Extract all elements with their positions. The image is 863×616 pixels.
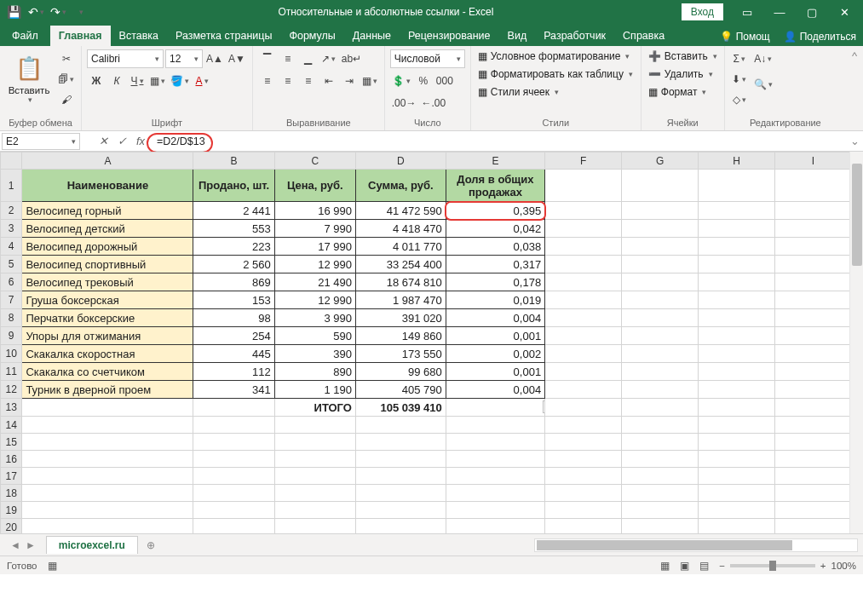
cell-price[interactable]: 590 bbox=[274, 327, 355, 345]
cell-share[interactable]: 0,395 bbox=[446, 202, 544, 220]
format-as-table-button[interactable]: ▦Форматировать как таблицу▾ bbox=[476, 67, 635, 81]
cell-sum[interactable]: 1 987 470 bbox=[355, 291, 446, 309]
cell-sold[interactable]: 2 560 bbox=[193, 256, 274, 273]
cell-price[interactable]: 3 990 bbox=[274, 309, 355, 327]
row-header[interactable]: 11 bbox=[1, 363, 22, 381]
redo-icon[interactable]: ↷▾ bbox=[48, 2, 68, 22]
horizontal-scrollbar[interactable] bbox=[534, 538, 858, 552]
login-button[interactable]: Вход bbox=[682, 3, 723, 20]
cell-name[interactable]: Груша боксерская bbox=[22, 291, 193, 309]
cell-price[interactable]: 1 190 bbox=[274, 381, 355, 399]
cell-share[interactable]: 0,001 bbox=[446, 363, 544, 381]
col-header-A[interactable]: A bbox=[22, 153, 193, 170]
font-name-combo[interactable]: Calibri▾ bbox=[87, 49, 164, 68]
row-header[interactable]: 19 bbox=[1, 502, 22, 519]
cell-name[interactable]: Велосипед трековый bbox=[22, 273, 193, 291]
row-header[interactable]: 8 bbox=[1, 309, 22, 327]
italic-button[interactable]: К bbox=[107, 72, 126, 90]
cell-name[interactable]: Турник в дверной проем bbox=[22, 381, 193, 399]
tab-review[interactable]: Рецензирование bbox=[400, 26, 499, 46]
cell-name[interactable]: Велосипед дорожный bbox=[22, 238, 193, 256]
cell-sold[interactable]: 153 bbox=[193, 291, 274, 309]
align-left-icon[interactable]: ≡ bbox=[258, 72, 277, 90]
comma-format-icon[interactable]: 000 bbox=[434, 72, 455, 90]
cell-name[interactable]: Велосипед спортивный bbox=[22, 256, 193, 273]
cell-share[interactable]: 0,004 bbox=[446, 381, 544, 399]
cell-price[interactable]: 16 990 bbox=[274, 202, 355, 220]
cell-share[interactable]: 0,004 bbox=[446, 309, 544, 327]
cut-icon[interactable]: ✂ bbox=[56, 49, 76, 68]
align-middle-icon[interactable]: ≡ bbox=[279, 49, 297, 68]
maximize-icon[interactable]: ▢ bbox=[797, 0, 827, 24]
paste-button[interactable]: 📋 Вставить▾ bbox=[5, 49, 53, 106]
cell-price[interactable]: 12 990 bbox=[274, 291, 355, 309]
clear-icon[interactable]: ◇▾ bbox=[730, 90, 749, 109]
format-painter-icon[interactable]: 🖌 bbox=[56, 90, 76, 109]
align-bottom-icon[interactable]: ▁ bbox=[299, 49, 318, 68]
row-header[interactable]: 10 bbox=[1, 345, 22, 363]
total-value[interactable]: 105 039 410 bbox=[355, 399, 446, 417]
cell-share[interactable]: 0,019 bbox=[446, 291, 544, 309]
cell-sold[interactable]: 223 bbox=[193, 238, 274, 256]
row-header-13[interactable]: 13 bbox=[1, 399, 22, 417]
accounting-format-icon[interactable]: 💲▾ bbox=[390, 72, 412, 90]
enter-formula-icon[interactable]: ✓ bbox=[112, 135, 131, 147]
name-box[interactable]: E2▾ bbox=[2, 133, 80, 150]
cell-sold[interactable]: 112 bbox=[193, 363, 274, 381]
underline-button[interactable]: Ч▾ bbox=[128, 72, 147, 90]
col-header-G[interactable]: G bbox=[622, 153, 699, 170]
col-header-I[interactable]: I bbox=[774, 153, 849, 170]
tell-me-button[interactable]: 💡Помощ bbox=[713, 27, 777, 46]
cell-name[interactable]: Скакалка скоростная bbox=[22, 345, 193, 363]
fx-icon[interactable]: fx bbox=[131, 135, 150, 147]
header-share[interactable]: Доля в общих продажах bbox=[446, 170, 544, 202]
header-sum[interactable]: Сумма, руб. bbox=[355, 170, 446, 202]
col-header-E[interactable]: E bbox=[446, 153, 544, 170]
cell-price[interactable]: 890 bbox=[274, 363, 355, 381]
vertical-scrollbar[interactable] bbox=[849, 152, 863, 533]
align-center-icon[interactable]: ≡ bbox=[279, 72, 297, 90]
format-cells-button[interactable]: ▦Формат▾ bbox=[647, 85, 709, 99]
row-header[interactable]: 2 bbox=[1, 202, 22, 220]
header-sold[interactable]: Продано, шт. bbox=[193, 170, 274, 202]
collapse-ribbon-icon[interactable]: ^ bbox=[846, 46, 863, 130]
tab-insert[interactable]: Вставка bbox=[111, 26, 167, 46]
view-page-break-icon[interactable]: ▤ bbox=[699, 560, 709, 572]
find-select-icon[interactable]: 🔍▾ bbox=[752, 75, 774, 94]
cell-name[interactable]: Велосипед горный bbox=[22, 202, 193, 220]
tab-file[interactable]: Файл bbox=[0, 26, 50, 46]
cell-styles-button[interactable]: ▦Стили ячеек▾ bbox=[476, 85, 561, 99]
sort-filter-icon[interactable]: A↓▾ bbox=[752, 49, 774, 68]
cell-share[interactable]: 0,042 bbox=[446, 220, 544, 238]
tab-formulas[interactable]: Формулы bbox=[280, 26, 343, 46]
ribbon-display-options-icon[interactable]: ▭ bbox=[732, 0, 762, 24]
decrease-indent-icon[interactable]: ⇤ bbox=[319, 72, 338, 90]
cell-sum[interactable]: 4 011 770 bbox=[355, 238, 446, 256]
row-header[interactable]: 3 bbox=[1, 220, 22, 238]
font-color-icon[interactable]: A▾ bbox=[193, 72, 211, 90]
conditional-formatting-button[interactable]: ▦Условное форматирование▾ bbox=[476, 49, 632, 63]
borders-icon[interactable]: ▦▾ bbox=[148, 72, 167, 90]
row-header[interactable]: 7 bbox=[1, 291, 22, 309]
orientation-icon[interactable]: ↗▾ bbox=[319, 49, 338, 68]
zoom-slider[interactable] bbox=[730, 564, 815, 567]
col-header-F[interactable]: F bbox=[545, 153, 622, 170]
autofill-options-icon[interactable]: ▦ bbox=[543, 400, 545, 413]
cell-share[interactable]: 0,002 bbox=[446, 345, 544, 363]
fill-color-icon[interactable]: 🪣▾ bbox=[169, 72, 191, 90]
zoom-out-icon[interactable]: − bbox=[719, 561, 725, 571]
merge-icon[interactable]: ▦▾ bbox=[360, 72, 379, 90]
row-header[interactable]: 14 bbox=[1, 417, 22, 434]
tab-developer[interactable]: Разработчик bbox=[535, 26, 614, 46]
cell-sold[interactable]: 2 441 bbox=[193, 202, 274, 220]
delete-cells-button[interactable]: ➖Удалить▾ bbox=[647, 67, 715, 81]
cell-name[interactable]: Велосипед детский bbox=[22, 220, 193, 238]
col-header-C[interactable]: C bbox=[274, 153, 355, 170]
cell-price[interactable]: 390 bbox=[274, 345, 355, 363]
col-header-B[interactable]: B bbox=[193, 153, 274, 170]
cell-sum[interactable]: 173 550 bbox=[355, 345, 446, 363]
close-icon[interactable]: ✕ bbox=[829, 0, 860, 24]
zoom-level[interactable]: 100% bbox=[831, 561, 856, 571]
tab-page-layout[interactable]: Разметка страницы bbox=[167, 26, 280, 46]
tab-home[interactable]: Главная bbox=[50, 26, 111, 46]
